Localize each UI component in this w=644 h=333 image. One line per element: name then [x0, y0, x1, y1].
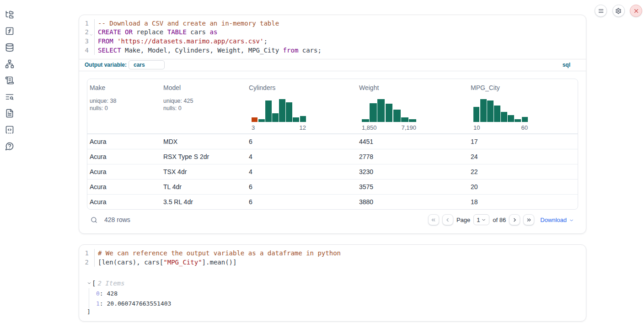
histogram-bar[interactable]: [494, 106, 500, 122]
unique-count: unique: 425: [163, 97, 247, 105]
table-row[interactable]: Acura3.5 RL 4dr6388018: [87, 194, 578, 209]
table-row[interactable]: AcuraTSX 4dr4323022: [87, 164, 578, 179]
first-page-button[interactable]: [428, 214, 439, 225]
histogram-bar[interactable]: [293, 117, 299, 122]
histogram-bar[interactable]: [377, 99, 385, 122]
entry-colon: :: [100, 300, 107, 307]
search-icon[interactable]: [91, 217, 97, 223]
table-row[interactable]: AcuraMDX6445117: [87, 134, 578, 149]
table-cell: Acura: [87, 138, 161, 145]
shutdown-button[interactable]: [630, 5, 642, 17]
histogram-bar[interactable]: [386, 104, 393, 122]
tree-root[interactable]: [2 Items: [87, 278, 578, 288]
table-footer: 428 rowsPage1of 86Download: [87, 210, 578, 234]
table-cell: TL 4dr: [161, 183, 247, 190]
histogram-bar[interactable]: [286, 102, 292, 122]
table-cell: 24: [468, 153, 578, 160]
download-button[interactable]: Download: [540, 217, 574, 223]
histogram-bar[interactable]: [370, 103, 377, 122]
table-cell: 4451: [357, 138, 468, 145]
sidebar-help-chat-button[interactable]: [5, 142, 14, 151]
folder-tree-icon: [5, 10, 14, 19]
line-number: 2: [79, 258, 94, 267]
gear-icon: [615, 8, 622, 14]
histogram-bar[interactable]: [501, 112, 507, 122]
previous-page-button[interactable]: [442, 214, 453, 225]
column-header-mpg_city[interactable]: MPG_City1060: [468, 79, 578, 133]
helper-panel-sidebar: [0, 0, 19, 333]
sidebar-file-explorer-button[interactable]: [5, 10, 14, 19]
sidebar-snippets-button[interactable]: [5, 125, 14, 134]
column-header-model[interactable]: Modelunique: 425nulls: 0: [161, 79, 247, 133]
message-circle-question-icon: [5, 142, 14, 151]
open-bracket: [: [92, 280, 96, 287]
histogram-bar[interactable]: [473, 107, 479, 122]
sidebar-documentation-button[interactable]: [5, 109, 14, 118]
table-cell: 3230: [357, 168, 468, 175]
chevron-down-icon: [483, 217, 488, 222]
code-line: CREATE OR replace TABLE cars as: [98, 28, 322, 37]
hamburger-icon: [598, 8, 604, 14]
table-cell: Acura: [87, 183, 161, 190]
chevron-down-icon: [87, 281, 92, 285]
table-cell: 3.5 RL 4dr: [161, 198, 247, 206]
settings-button[interactable]: [612, 5, 625, 17]
column-name: Make: [90, 84, 161, 92]
column-header-weight[interactable]: Weight1,8507,190: [357, 79, 468, 133]
table-cell: 17: [468, 138, 578, 145]
histogram-bar[interactable]: [272, 113, 278, 122]
histogram-bar[interactable]: [401, 117, 408, 122]
editor-gutter: 12: [79, 249, 95, 267]
histogram-bar[interactable]: [258, 119, 264, 122]
page-number-select[interactable]: 1: [473, 214, 489, 225]
entry-index: 1: [96, 300, 100, 307]
sidebar-logs-button[interactable]: [5, 76, 14, 85]
column-header-make[interactable]: Makeunique: 38nulls: 0: [87, 79, 161, 133]
window-controls: [595, 5, 642, 17]
histogram-bar[interactable]: [265, 100, 271, 122]
axis-min-label: 10: [473, 125, 480, 131]
chevrons-right-icon: [526, 217, 532, 223]
code-editor[interactable]: 1234-- Download a CSV and create an in-m…: [79, 15, 586, 59]
language-badge[interactable]: sql: [563, 62, 570, 68]
histogram-axis-labels: 1060: [473, 125, 528, 131]
histogram-bar[interactable]: [393, 110, 401, 122]
axis-max-label: 7,190: [401, 125, 416, 131]
histogram-bar[interactable]: [252, 117, 258, 122]
pagination: Page1of 86Download: [428, 214, 574, 225]
database-icon: [5, 43, 14, 52]
histogram-bar[interactable]: [300, 116, 306, 122]
table-cell: 4: [247, 153, 357, 160]
sidebar-tracebacks-button[interactable]: [5, 92, 14, 101]
histogram-bar[interactable]: [279, 99, 285, 122]
histogram-bar[interactable]: [409, 119, 416, 122]
table-header-row: Makeunique: 38nulls: 0Modelunique: 425nu…: [87, 79, 578, 134]
last-page-button[interactable]: [523, 214, 534, 225]
histogram-bar[interactable]: [508, 115, 514, 122]
code-line: # We can reference the output variable a…: [98, 249, 341, 258]
file-text-icon: [5, 109, 14, 118]
table-row[interactable]: AcuraTL 4dr6357520: [87, 179, 578, 194]
histogram-bar[interactable]: [487, 100, 493, 122]
histogram-bar[interactable]: [522, 117, 528, 122]
sidebar-variables-button[interactable]: [5, 26, 14, 36]
fold-chevron-down-icon[interactable]: [89, 31, 93, 35]
histogram-bar[interactable]: [515, 119, 521, 122]
square-code-icon: [5, 125, 14, 134]
sidebar-data-sources-button[interactable]: [5, 43, 14, 52]
column-header-cylinders[interactable]: Cylinders312: [247, 79, 357, 133]
code-line: FROM 'https://datasets.marimo.app/cars.c…: [98, 37, 322, 46]
output-variable-input[interactable]: [129, 60, 165, 69]
table-row[interactable]: AcuraRSX Type S 2dr4277824: [87, 149, 578, 164]
line-number: 2: [79, 28, 94, 37]
table-cell: 2778: [357, 153, 468, 160]
code-editor[interactable]: 12# We can reference the output variable…: [79, 245, 586, 270]
cell-output-area: Makeunique: 38nulls: 0Modelunique: 425nu…: [79, 71, 586, 234]
menu-button[interactable]: [595, 5, 607, 17]
entry-value: 428: [107, 290, 117, 297]
axis-min-label: 1,850: [362, 125, 377, 131]
sidebar-dependencies-button[interactable]: [5, 59, 14, 69]
histogram-bar[interactable]: [362, 119, 369, 122]
histogram-bar[interactable]: [480, 99, 486, 122]
next-page-button[interactable]: [509, 214, 520, 225]
